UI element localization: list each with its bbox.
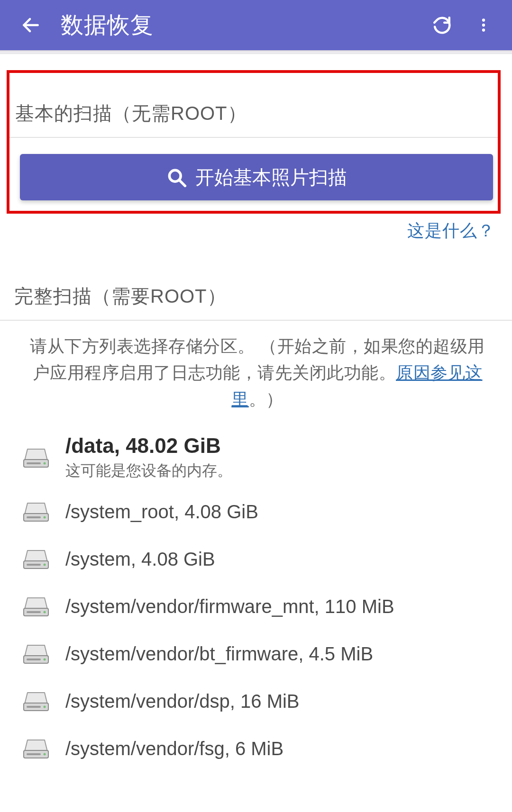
svg-point-3 bbox=[482, 28, 485, 31]
svg-point-2 bbox=[482, 24, 485, 27]
svg-rect-10 bbox=[27, 516, 41, 518]
svg-point-1 bbox=[482, 18, 485, 21]
svg-rect-22 bbox=[27, 706, 41, 708]
partition-row[interactable]: /system/vendor/dsp, 16 MiB bbox=[22, 677, 498, 725]
back-button[interactable] bbox=[17, 11, 45, 39]
svg-rect-13 bbox=[27, 564, 41, 566]
divider bbox=[0, 50, 512, 54]
svg-point-14 bbox=[44, 564, 46, 566]
drive-icon bbox=[22, 737, 50, 760]
drive-icon bbox=[22, 548, 50, 570]
svg-rect-19 bbox=[27, 659, 41, 660]
refresh-button[interactable] bbox=[427, 10, 457, 40]
full-scan-instruction: 请从下方列表选择存储分区。 （开始之前，如果您的超级用户应用程序启用了日志功能，… bbox=[0, 321, 512, 412]
arrow-left-icon bbox=[20, 15, 41, 36]
drive-icon bbox=[22, 446, 50, 469]
full-scan-title: 完整扫描（需要ROOT） bbox=[0, 243, 512, 321]
what-is-this-link[interactable]: 这是什么？ bbox=[407, 221, 495, 240]
partition-row[interactable]: /system/vendor/bt_firmware, 4.5 MiB bbox=[22, 630, 498, 677]
start-basic-scan-button[interactable]: 开始基本照片扫描 bbox=[20, 154, 493, 200]
svg-point-11 bbox=[44, 516, 46, 519]
svg-point-20 bbox=[44, 659, 46, 661]
svg-rect-7 bbox=[27, 462, 41, 464]
instruction-text-suffix: 。） bbox=[249, 389, 283, 409]
appbar: 数据恢复 bbox=[0, 0, 512, 50]
partition-label: /system/vendor/bt_firmware, 4.5 MiB bbox=[65, 643, 373, 665]
partition-label: /system/vendor/firmware_mnt, 110 MiB bbox=[65, 596, 394, 617]
refresh-icon bbox=[432, 15, 452, 35]
svg-rect-25 bbox=[27, 753, 41, 755]
partition-label: /system, 4.08 GiB bbox=[65, 549, 215, 570]
svg-point-26 bbox=[44, 753, 46, 756]
more-vertical-icon bbox=[475, 17, 492, 34]
partition-row[interactable]: /system_root, 4.08 GiB bbox=[22, 488, 498, 535]
partition-row[interactable]: /system, 4.08 GiB bbox=[22, 535, 498, 583]
partition-row[interactable]: /system/vendor/firmware_mnt, 110 MiB bbox=[22, 583, 498, 630]
partition-row-data[interactable]: /data, 48.02 GiB 这可能是您设备的内存。 bbox=[22, 427, 498, 488]
more-button[interactable] bbox=[468, 10, 499, 40]
svg-rect-16 bbox=[27, 611, 41, 613]
svg-line-5 bbox=[179, 180, 185, 186]
svg-point-17 bbox=[44, 611, 46, 614]
partition-label: /system/vendor/fsg, 6 MiB bbox=[65, 738, 283, 759]
page-title: 数据恢复 bbox=[61, 10, 154, 40]
drive-icon bbox=[22, 690, 50, 713]
svg-point-23 bbox=[44, 706, 46, 708]
svg-point-8 bbox=[44, 462, 46, 465]
partition-label: /system_root, 4.08 GiB bbox=[65, 501, 258, 523]
partition-subtext: 这可能是您设备的内存。 bbox=[65, 460, 232, 481]
partition-label: /system/vendor/dsp, 16 MiB bbox=[65, 691, 300, 712]
partition-list: /data, 48.02 GiB 这可能是您设备的内存。 /system_roo… bbox=[0, 412, 512, 772]
basic-scan-title: 基本的扫描（无需ROOT） bbox=[9, 73, 498, 138]
drive-icon bbox=[22, 642, 50, 665]
basic-scan-highlight: 基本的扫描（无需ROOT） 开始基本照片扫描 bbox=[7, 70, 501, 214]
search-icon bbox=[166, 167, 187, 188]
partition-label: /data, 48.02 GiB bbox=[65, 434, 232, 458]
drive-icon bbox=[22, 500, 50, 523]
start-basic-scan-label: 开始基本照片扫描 bbox=[195, 164, 347, 190]
drive-icon bbox=[22, 595, 50, 618]
partition-row[interactable]: /system/vendor/fsg, 6 MiB bbox=[22, 725, 498, 772]
